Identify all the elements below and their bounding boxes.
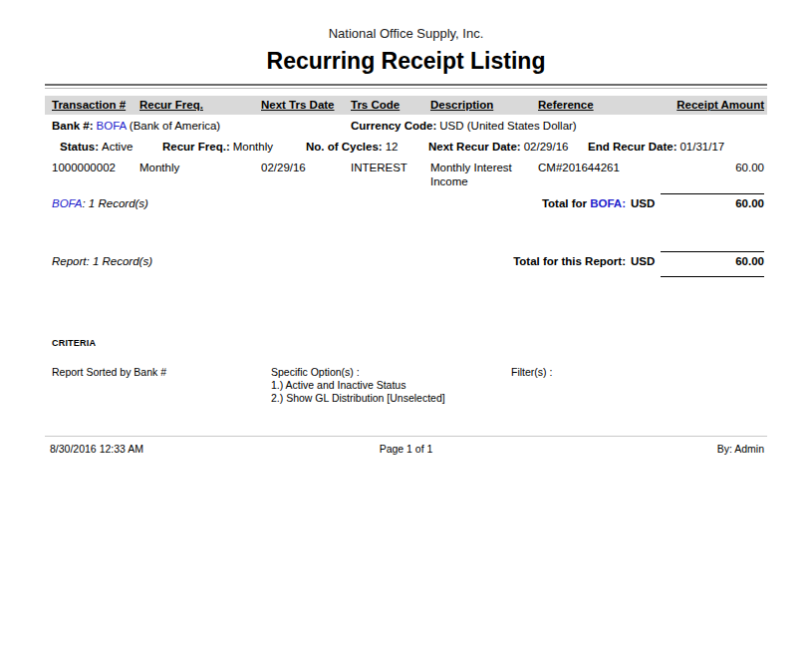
footer-page-number: Page 1 of 1 <box>291 443 522 455</box>
column-next-trs-date: Next Trs Date <box>261 99 351 111</box>
cell-transaction: 1000000002 <box>52 161 139 188</box>
next-recur-date-field: Next Recur Date:02/29/16 <box>428 141 568 153</box>
footer-divider <box>45 436 767 437</box>
recur-freq-field: Recur Freq.:Monthly <box>162 141 273 153</box>
bank-label: Bank #: <box>52 120 94 132</box>
end-recur-date-field: End Recur Date:01/31/17 <box>588 141 724 153</box>
column-reference: Reference <box>538 99 658 111</box>
group-total-label-prefix: Total for <box>542 197 590 209</box>
status-field: Status:Active <box>60 141 133 153</box>
report-page: National Office Supply, Inc. Recurring R… <box>0 0 812 667</box>
recurrence-detail-line: Status:Active Recur Freq.:Monthly No. of… <box>45 141 767 156</box>
table-column-header: Transaction # Recur Freq. Next Trs Date … <box>45 96 767 115</box>
currency-label: Currency Code: <box>351 120 436 132</box>
report-total-label: Total for this Report: <box>45 255 626 267</box>
cell-amount: 60.00 <box>658 161 767 188</box>
next-recur-date-value: 02/29/16 <box>524 141 569 153</box>
criteria-options: Specific Option(s) : 1.) Active and Inac… <box>271 366 445 405</box>
column-trs-code: Trs Code <box>351 99 430 111</box>
group-total-row: BOFA: 1 Record(s) Total for BOFA: USD 60… <box>45 197 767 212</box>
group-total-amount: 60.00 <box>661 197 764 209</box>
report-total-currency: USD <box>631 255 655 267</box>
report-total-row: Report: 1 Record(s) Total for this Repor… <box>45 255 767 270</box>
footer-datetime: 8/30/2016 12:33 AM <box>45 443 291 455</box>
status-value: Active <box>102 141 133 153</box>
criteria-option-1: 1.) Active and Inactive Status <box>271 379 445 392</box>
column-recur-freq: Recur Freq. <box>139 99 261 111</box>
status-label: Status: <box>60 141 99 153</box>
report-total-divider-bottom <box>661 276 764 277</box>
column-transaction: Transaction # <box>52 99 139 111</box>
cell-next-trs-date: 02/29/16 <box>261 161 351 188</box>
table-row: 1000000002 Monthly 02/29/16 INTEREST Mon… <box>45 161 767 188</box>
bank-code: BOFA <box>97 120 127 132</box>
cycles-value: 12 <box>386 141 399 153</box>
bank-name: (Bank of America) <box>130 120 220 132</box>
report-total-amount: 60.00 <box>661 255 764 267</box>
report-title: Recurring Receipt Listing <box>45 47 767 75</box>
criteria-option-2: 2.) Show GL Distribution [Unselected] <box>271 392 445 405</box>
cycles-field: No. of Cycles:12 <box>306 141 398 153</box>
report-total-divider-top <box>661 251 764 252</box>
currency-value: USD (United States Dollar) <box>439 120 576 132</box>
cell-trs-code: INTEREST <box>351 161 430 188</box>
report-body: National Office Supply, Inc. Recurring R… <box>45 0 767 455</box>
footer-by-user: By: Admin <box>522 443 768 455</box>
divider-dark <box>45 84 767 86</box>
column-receipt-amount: Receipt Amount <box>658 99 767 111</box>
criteria-sorted-by: Report Sorted by Bank # <box>52 366 166 379</box>
group-total-divider <box>661 193 764 194</box>
bank-field: Bank #:BOFA (Bank of America) <box>52 120 220 132</box>
criteria-options-label: Specific Option(s) : <box>271 366 445 379</box>
cell-reference: CM#201644261 <box>538 161 658 188</box>
report-footer: 8/30/2016 12:33 AM Page 1 of 1 By: Admin <box>45 443 767 455</box>
group-total-bank-code: BOFA: <box>590 197 626 209</box>
recur-freq-label: Recur Freq.: <box>162 141 230 153</box>
divider-light <box>45 88 767 89</box>
cell-description: Monthly Interest Income <box>430 161 538 188</box>
criteria-section: Report Sorted by Bank # Specific Option(… <box>45 366 767 410</box>
company-name: National Office Supply, Inc. <box>45 26 767 41</box>
criteria-heading: CRITERIA <box>52 338 767 348</box>
end-recur-date-value: 01/31/17 <box>679 141 724 153</box>
cell-recur-freq: Monthly <box>139 161 261 188</box>
bank-group-header: Bank #:BOFA (Bank of America) Currency C… <box>45 120 767 135</box>
group-total-currency: USD <box>631 197 655 209</box>
end-recur-date-label: End Recur Date: <box>588 141 677 153</box>
currency-field: Currency Code:USD (United States Dollar) <box>351 120 577 132</box>
criteria-filters-label: Filter(s) : <box>511 366 552 379</box>
cycles-label: No. of Cycles: <box>306 141 383 153</box>
next-recur-date-label: Next Recur Date: <box>428 141 521 153</box>
group-total-label: Total for BOFA: <box>45 197 626 209</box>
recur-freq-value: Monthly <box>233 141 273 153</box>
column-description: Description <box>430 99 538 111</box>
